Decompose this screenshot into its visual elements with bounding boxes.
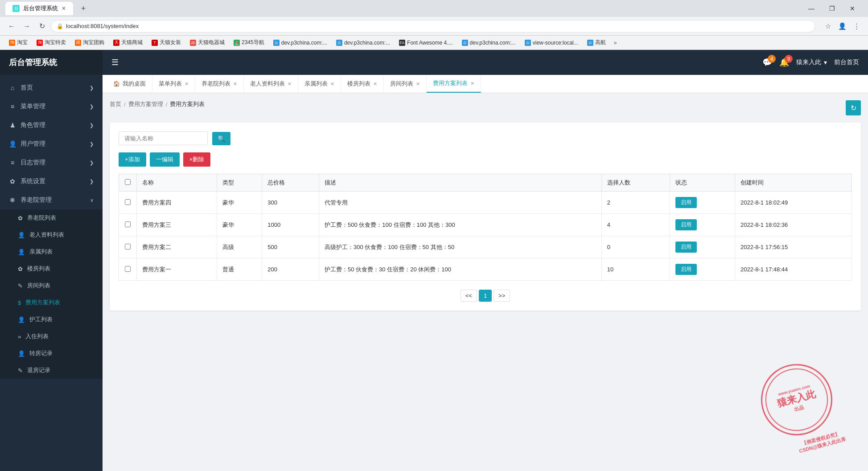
bookmark-fontawesome[interactable]: FA Font Awesome 4....: [395, 38, 457, 47]
close-tab-icon[interactable]: ✕: [62, 5, 66, 12]
data-table: 名称 类型 总价格 描述 选择人数 状态 创建时间 费用方案四 豪华 300: [119, 174, 852, 281]
user-menu[interactable]: 猿来入此 ▾: [796, 58, 827, 66]
reload-button[interactable]: ↻: [36, 20, 48, 33]
bookmark-taobao[interactable]: 淘 淘宝: [5, 37, 31, 48]
status-button-0[interactable]: 启用: [675, 197, 697, 208]
status-button-3[interactable]: 启用: [675, 264, 697, 275]
sidebar-item-log[interactable]: ≡ 日志管理 ❯: [0, 153, 103, 172]
bookmark-taobao-group[interactable]: 团 淘宝团购: [71, 37, 108, 48]
close-button[interactable]: ✕: [842, 0, 863, 17]
th-count: 选择人数: [601, 174, 670, 192]
bookmark-tmall-electronics[interactable]: JD 天猫电器城: [186, 37, 228, 48]
search-button[interactable]: 🔍: [212, 132, 230, 145]
sidebar-item-home[interactable]: ⌂ 首页 ❯: [0, 78, 103, 97]
row-select-3[interactable]: [125, 266, 131, 272]
fee-list-icon: $: [18, 299, 21, 306]
sidebar-item-menu[interactable]: ≡ 菜单管理 ❯: [0, 97, 103, 116]
sidebar-item-fee-list[interactable]: $ 费用方案列表: [0, 294, 103, 311]
hamburger-button[interactable]: ☰: [111, 57, 119, 67]
notification-badge[interactable]: 🔔 9: [779, 57, 789, 67]
page-content: 首页 / 费用方案管理 / 费用方案列表 ↻ 🔍 +添加 一编辑: [103, 93, 868, 471]
sidebar-item-nursing-list[interactable]: ✿ 养老院列表: [0, 209, 103, 226]
tab-fee-close-icon[interactable]: ✕: [470, 81, 474, 86]
bookmark-view-source[interactable]: ⊙ view-source:local...: [521, 38, 582, 47]
edit-button[interactable]: 一编辑: [150, 152, 180, 167]
delete-button[interactable]: ×删除: [183, 152, 211, 167]
forward-button[interactable]: →: [21, 20, 33, 33]
sidebar-item-transfer-list[interactable]: 👤 转房记录: [0, 345, 103, 362]
back-button[interactable]: ←: [5, 20, 18, 33]
page-1-button[interactable]: 1: [479, 290, 492, 302]
breadcrumb-home[interactable]: 首页: [110, 100, 121, 108]
bookmarks-more[interactable]: »: [611, 38, 620, 47]
select-all-checkbox[interactable]: [125, 179, 131, 185]
sidebar-item-role[interactable]: ♟ 角色管理 ❯: [0, 116, 103, 135]
add-button[interactable]: +添加: [119, 152, 146, 167]
tab-room-list[interactable]: 房间列表 ✕: [384, 75, 427, 92]
sidebar-item-checkout-list[interactable]: ✎ 退房记录: [0, 362, 103, 379]
tab-nursing-list[interactable]: 养老院列表 ✕: [195, 75, 244, 92]
tab-elder-list[interactable]: 老人资料列表 ✕: [244, 75, 298, 92]
sidebar-item-building-list[interactable]: ✿ 楼房列表: [0, 260, 103, 277]
breadcrumb-parent[interactable]: 费用方案管理: [128, 100, 163, 108]
tab-relative-list[interactable]: 亲属列表 ✕: [298, 75, 341, 92]
tab-fee-list[interactable]: 费用方案列表 ✕: [427, 75, 481, 93]
row-select-0[interactable]: [125, 199, 131, 205]
tab-building-close-icon[interactable]: ✕: [373, 81, 377, 87]
star-button[interactable]: ☆: [822, 20, 834, 33]
sidebar-sub-menu: ✿ 养老院列表 👤 老人资料列表 👤 亲属列表 ✿ 楼房列表 ✎ 房间列: [0, 209, 103, 379]
tab-elder-close-icon[interactable]: ✕: [288, 81, 292, 87]
sidebar-item-relative-list[interactable]: 👤 亲属列表: [0, 243, 103, 260]
bookmark-2345[interactable]: ⛵ 2345导航: [230, 37, 268, 48]
tab-room-list-label: 房间列表: [390, 80, 413, 88]
row-created-0: 2022-8-1 18:02:49: [735, 192, 852, 214]
row-price-1: 1000: [262, 214, 319, 236]
address-bar[interactable]: 🔒 localhost:8081/system/index: [51, 20, 815, 33]
sidebar-item-checkin-list[interactable]: » 入住列表: [0, 328, 103, 345]
bookmark-dev-p3-3[interactable]: ⊙ dev.p3china.com:...: [458, 38, 519, 47]
tab-building-list[interactable]: 楼房列表 ✕: [341, 75, 384, 92]
breadcrumb-current: 费用方案列表: [170, 100, 205, 108]
search-input[interactable]: [119, 131, 208, 145]
maximize-button[interactable]: ❐: [822, 0, 842, 17]
row-type-2: 高级: [217, 236, 262, 258]
tab-menu-list[interactable]: 菜单列表 ✕: [152, 75, 195, 92]
row-type-3: 普通: [217, 258, 262, 281]
sidebar-label-checkin-list: 入住列表: [25, 332, 49, 340]
sidebar-item-nurse-list[interactable]: 👤 护工列表: [0, 311, 103, 328]
status-button-2[interactable]: 启用: [675, 242, 697, 253]
frontend-link[interactable]: 前台首页: [834, 58, 859, 66]
tab-nursing-close-icon[interactable]: ✕: [233, 81, 237, 87]
bookmark-tmall[interactable]: 天 天猫商城: [110, 37, 146, 48]
sidebar-header: 后台管理系统: [0, 50, 103, 75]
prev-page-button[interactable]: <<: [461, 290, 477, 302]
tab-room-close-icon[interactable]: ✕: [416, 81, 420, 87]
tab-relative-close-icon[interactable]: ✕: [330, 81, 334, 87]
active-browser-tab[interactable]: 后 后台管理系统 ✕: [5, 2, 73, 15]
bookmark-taobao-special[interactable]: 淘 淘宝特卖: [33, 37, 70, 48]
next-page-button[interactable]: >>: [494, 290, 510, 302]
sidebar-item-nursing[interactable]: ❋ 养老院管理 ∨: [0, 191, 103, 209]
bookmark-dev-p3-2[interactable]: ⊙ dev.p3china.com:...: [333, 38, 394, 47]
sidebar-item-user[interactable]: 👤 用户管理 ❯: [0, 135, 103, 153]
minimize-button[interactable]: —: [801, 0, 822, 17]
row-select-1[interactable]: [125, 221, 131, 227]
sidebar-item-elder-list[interactable]: 👤 老人资料列表: [0, 226, 103, 243]
row-desc-3: 护工费：50 伙食费：30 住宿费：20 休闲费：100: [319, 258, 602, 281]
message-badge[interactable]: 💬 4: [762, 57, 772, 67]
new-tab-button[interactable]: +: [77, 2, 90, 15]
row-type-0: 豪华: [217, 192, 262, 214]
sidebar-item-settings[interactable]: ✿ 系统设置 ❯: [0, 172, 103, 191]
sidebar-label-nursing: 养老院管理: [21, 196, 52, 204]
refresh-button[interactable]: ↻: [846, 100, 861, 115]
tab-home[interactable]: 🏠 我的桌面: [107, 75, 152, 92]
bookmark-gaohang[interactable]: ⊙ 高航: [584, 37, 609, 48]
status-button-1[interactable]: 启用: [675, 219, 697, 230]
menu-button[interactable]: ⋮: [850, 20, 863, 33]
sidebar-item-room-list[interactable]: ✎ 房间列表: [0, 277, 103, 294]
bookmark-dev-p3[interactable]: ⊙ dev.p3china.com:...: [270, 38, 331, 47]
row-select-2[interactable]: [125, 244, 131, 250]
tab-menu-close-icon[interactable]: ✕: [185, 81, 189, 87]
profile-button[interactable]: 👤: [836, 20, 848, 33]
bookmark-tmall-fashion[interactable]: T 天猫女装: [148, 37, 185, 48]
